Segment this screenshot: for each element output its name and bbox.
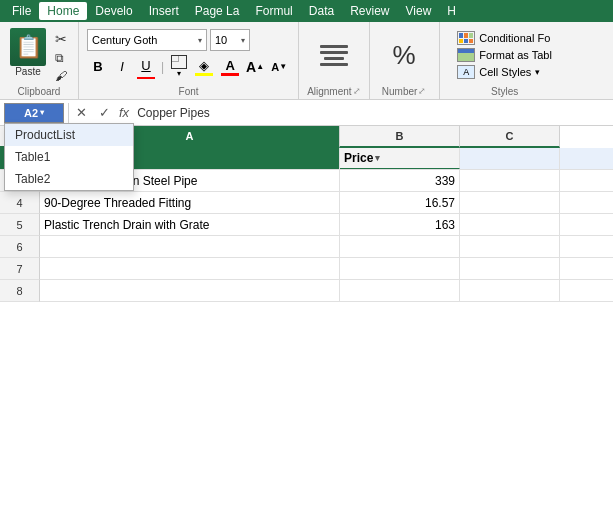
cell-c8[interactable]	[460, 280, 560, 301]
cell-b5[interactable]: 163	[340, 214, 460, 235]
row-header-5[interactable]: 5	[0, 214, 40, 236]
cell-c7[interactable]	[460, 258, 560, 279]
cell-b4[interactable]: 16.57	[340, 192, 460, 213]
styles-label: Styles	[491, 86, 518, 97]
cell-reference-box[interactable]: A2 ▾	[4, 103, 64, 123]
font-color-bar	[221, 73, 239, 76]
cell-b8[interactable]	[340, 280, 460, 301]
fx-icon: fx	[119, 105, 129, 120]
cell-a8[interactable]	[40, 280, 340, 301]
clipboard-section: 📋 Paste ✂ ⧉ 🖌 Clipboard	[0, 22, 79, 99]
fill-color-bar	[195, 73, 213, 76]
number-expand-icon[interactable]: ⤢	[418, 86, 426, 96]
underline-button[interactable]: U	[135, 55, 157, 79]
cell-styles-button[interactable]: A Cell Styles ▾	[457, 65, 552, 79]
menu-insert[interactable]: Insert	[141, 2, 187, 20]
italic-button[interactable]: I	[111, 56, 133, 78]
cell-c6[interactable]	[460, 236, 560, 257]
spreadsheet-body: 2 pes ▾ Price ▾ 3 Seamless Carbon Steel …	[0, 148, 613, 527]
copy-button[interactable]: ⧉	[52, 50, 70, 66]
table-row: 8	[0, 280, 613, 302]
namebox-item-table2[interactable]: Table2	[5, 168, 133, 190]
paste-button[interactable]: 📋 Paste	[8, 26, 48, 79]
formula-bar: A2 ▾ ProductList Table1 Table2 ✕ ✓ fx Co…	[0, 100, 613, 126]
menu-review[interactable]: Review	[342, 2, 397, 20]
cell-c2[interactable]	[460, 148, 560, 169]
font-shrink-button[interactable]: A▼	[268, 56, 290, 78]
row-header-6[interactable]: 6	[0, 236, 40, 258]
font-grow-button[interactable]: A▲	[244, 56, 266, 78]
font-label: Font	[179, 86, 199, 97]
menu-file[interactable]: File	[4, 2, 39, 20]
format-painter-button[interactable]: 🖌	[52, 68, 70, 84]
cell-a5[interactable]: Plastic Trench Drain with Grate	[40, 214, 340, 235]
menu-develo[interactable]: Develo	[87, 2, 140, 20]
table-row: 5 Plastic Trench Drain with Grate 163	[0, 214, 613, 236]
cell-c4[interactable]	[460, 192, 560, 213]
row-header-8[interactable]: 8	[0, 280, 40, 302]
conditional-formatting-button[interactable]: Conditional Fo	[457, 31, 552, 45]
menu-view[interactable]: View	[398, 2, 440, 20]
table-row: 6	[0, 236, 613, 258]
menu-data[interactable]: Data	[301, 2, 342, 20]
row-header-7[interactable]: 7	[0, 258, 40, 280]
alignment-button[interactable]	[316, 41, 352, 70]
ribbon: 📋 Paste ✂ ⧉ 🖌 Clipboard	[0, 22, 613, 100]
bold-button[interactable]: B	[87, 56, 109, 78]
cell-c5[interactable]	[460, 214, 560, 235]
menu-home[interactable]: Home	[39, 2, 87, 20]
styles-section: Conditional Fo Format as Tabl A Cell Sty…	[440, 22, 570, 99]
number-format-button[interactable]: %	[391, 40, 418, 70]
namebox-item-table1[interactable]: Table1	[5, 146, 133, 168]
font-size-input[interactable]: 10 ▾	[210, 29, 250, 51]
font-color-button[interactable]: A	[218, 57, 242, 77]
cell-a6[interactable]	[40, 236, 340, 257]
cell-b6[interactable]	[340, 236, 460, 257]
namebox-container: A2 ▾ ProductList Table1 Table2	[4, 103, 64, 123]
formula-cancel-button[interactable]: ✕	[73, 104, 90, 121]
cell-b7[interactable]	[340, 258, 460, 279]
cell-b2[interactable]: Price ▾	[340, 148, 460, 169]
cell-ref-dropdown-icon: ▾	[40, 108, 44, 117]
cell-a4[interactable]: 90-Degree Threaded Fitting	[40, 192, 340, 213]
fill-color-button[interactable]: ◈	[192, 57, 216, 77]
clipboard-label: Clipboard	[18, 86, 61, 97]
font-name-dropdown-icon: ▾	[198, 36, 202, 45]
namebox-item-productlist[interactable]: ProductList	[5, 124, 133, 146]
col-header-c[interactable]: C	[460, 126, 560, 148]
menu-bar: File Home Develo Insert Page La Formul D…	[0, 0, 613, 22]
row-header-4[interactable]: 4	[0, 192, 40, 214]
font-section: Century Goth ▾ 10 ▾ B I U |	[79, 22, 299, 99]
filter-icon-b2[interactable]: ▾	[375, 153, 380, 163]
table-row: 4 90-Degree Threaded Fitting 16.57	[0, 192, 613, 214]
number-label: Number	[382, 86, 418, 97]
alignment-section: Alignment ⤢	[299, 22, 369, 99]
number-section: % Number ⤢	[370, 22, 440, 99]
col-header-b[interactable]: B	[340, 126, 460, 148]
alignment-expand-icon[interactable]: ⤢	[353, 86, 361, 96]
namebox-dropdown: ProductList Table1 Table2	[4, 123, 134, 191]
formula-buttons: ✕ ✓ fx	[73, 104, 133, 121]
borders-button[interactable]: ▾	[168, 54, 190, 79]
font-size-dropdown-icon: ▾	[241, 36, 245, 45]
cell-a7[interactable]	[40, 258, 340, 279]
menu-h[interactable]: H	[439, 2, 464, 20]
cell-b3[interactable]: 339	[340, 170, 460, 191]
formula-input[interactable]: Copper Pipes	[137, 106, 609, 120]
alignment-label: Alignment	[307, 86, 351, 97]
cell-c3[interactable]	[460, 170, 560, 191]
table-row: 7	[0, 258, 613, 280]
menu-formulas[interactable]: Formul	[247, 2, 300, 20]
formula-confirm-button[interactable]: ✓	[96, 104, 113, 121]
menu-pagelayout[interactable]: Page La	[187, 2, 248, 20]
formula-divider	[68, 103, 69, 123]
underline-color-bar	[137, 77, 155, 79]
format-as-table-button[interactable]: Format as Tabl	[457, 48, 552, 62]
font-name-input[interactable]: Century Goth ▾	[87, 29, 207, 51]
cut-button[interactable]: ✂	[52, 30, 70, 48]
